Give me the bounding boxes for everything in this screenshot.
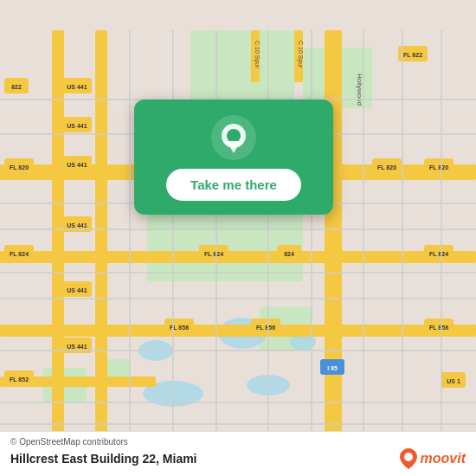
svg-text:US 441: US 441	[67, 344, 87, 350]
svg-text:FL 824: FL 824	[10, 251, 29, 257]
svg-text:FL 820: FL 820	[429, 164, 448, 170]
map-background: I 95 US 441 US 441 US 441 US 441 US 441	[0, 0, 476, 476]
take-me-there-button[interactable]: Take me there	[166, 169, 301, 201]
svg-rect-16	[0, 325, 476, 337]
svg-text:US 441: US 441	[67, 84, 87, 90]
svg-text:822: 822	[11, 84, 22, 90]
map-attribution: © OpenStreetMap contributors	[10, 437, 466, 447]
svg-text:FL 820: FL 820	[10, 164, 29, 170]
svg-text:Hollywood: Hollywood	[356, 74, 363, 106]
svg-text:FL 858: FL 858	[429, 325, 448, 331]
moovit-brand-text: moovit	[421, 451, 466, 466]
moovit-pin-icon	[400, 448, 417, 469]
svg-text:FL 824: FL 824	[204, 251, 223, 257]
svg-rect-18	[52, 30, 64, 446]
svg-text:FL 852: FL 852	[10, 376, 29, 383]
svg-text:FL 820: FL 820	[377, 164, 396, 170]
svg-text:824: 824	[284, 251, 294, 257]
svg-rect-20	[325, 30, 342, 446]
svg-rect-3	[147, 203, 303, 281]
svg-text:US 441: US 441	[67, 222, 87, 228]
svg-text:US 1: US 1	[447, 378, 460, 384]
svg-text:US 441: US 441	[67, 123, 87, 129]
svg-text:C 10 Spur: C 10 Spur	[297, 41, 304, 68]
svg-rect-19	[95, 30, 107, 446]
svg-text:US 441: US 441	[67, 162, 87, 168]
svg-text:I 95: I 95	[327, 365, 338, 371]
svg-point-87	[227, 129, 241, 143]
svg-text:FL 856: FL 856	[256, 325, 275, 331]
location-name: Hillcrest East Building 22, Miami	[10, 452, 197, 466]
map-container: I 95 US 441 US 441 US 441 US 441 US 441	[0, 0, 476, 476]
svg-text:C 10 Spur: C 10 Spur	[254, 41, 261, 68]
svg-text:FL 824: FL 824	[429, 251, 448, 257]
svg-point-89	[404, 453, 413, 461]
location-card: Take me there	[134, 100, 333, 215]
moovit-logo: moovit	[400, 448, 466, 469]
svg-text:US 441: US 441	[67, 287, 87, 293]
bottom-bar: © OpenStreetMap contributors Hillcrest E…	[0, 431, 476, 476]
location-pin-icon	[211, 115, 256, 160]
svg-text:FL 822: FL 822	[403, 52, 422, 58]
svg-rect-15	[0, 251, 476, 263]
